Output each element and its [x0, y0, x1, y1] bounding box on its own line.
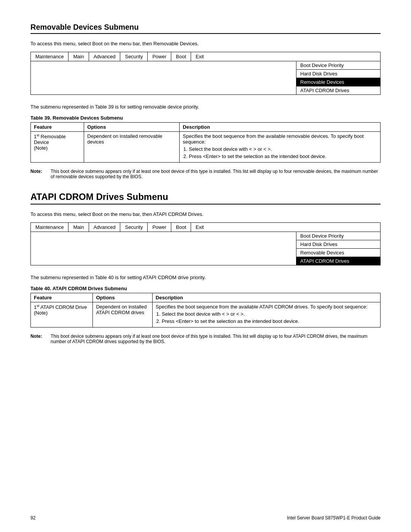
- table40-header-options: Options: [93, 293, 153, 302]
- page-footer: 92 Intel Server Board S875WP1-E Product …: [0, 515, 411, 521]
- table-39: Feature Options Description 1st Removabl…: [30, 122, 381, 163]
- bios-menu-item-boot-1[interactable]: Boot: [171, 52, 191, 61]
- table39-header-options: Options: [84, 123, 180, 132]
- table39-options: Dependent on installed removable devices: [84, 132, 180, 163]
- table40-header-feature: Feature: [31, 293, 93, 302]
- table39-header-description: Description: [180, 123, 381, 132]
- desc-list-2: Select the boot device with < > or < >. …: [162, 311, 377, 324]
- desc-list-1: Select the boot device with < > or < >. …: [189, 146, 377, 159]
- section1-note: Note: This boot device submenu appears o…: [30, 169, 381, 179]
- bios-menu-item-power-2[interactable]: Power: [148, 223, 171, 232]
- desc-list-item: Select the boot device with < > or < >.: [162, 311, 377, 317]
- bios-submenu-hard-disk-drives-1[interactable]: Hard Disk Drives: [296, 70, 380, 78]
- bios-menubar-1: Maintenance Main Advanced Security Power…: [31, 52, 380, 61]
- bios-right-panel-2: Boot Device Priority Hard Disk Drives Re…: [296, 232, 380, 265]
- bios-menu-1: Maintenance Main Advanced Security Power…: [30, 52, 381, 95]
- section1-summary: The submenu represented in Table 39 is f…: [30, 104, 381, 110]
- bios-menu-item-exit-1[interactable]: Exit: [191, 52, 209, 61]
- table39-description: Specifies the boot sequence from the ava…: [180, 132, 381, 163]
- bios-left-panel-1: [31, 61, 296, 94]
- table40-header-description: Description: [153, 293, 381, 302]
- table39-header-feature: Feature: [31, 123, 84, 132]
- bios-menu-2: Maintenance Main Advanced Security Power…: [30, 222, 381, 265]
- superscript-st: st: [37, 133, 39, 137]
- desc-list-item: Press <Enter> to set the selection as th…: [162, 318, 377, 324]
- section1-intro: To access this menu, select Boot on the …: [30, 41, 381, 46]
- bios-menu-item-boot-2[interactable]: Boot: [171, 223, 191, 232]
- footer-page-number: 92: [30, 515, 35, 521]
- note-label-1: Note:: [30, 169, 48, 179]
- bios-menubar-2: Maintenance Main Advanced Security Power…: [31, 223, 380, 232]
- bios-submenu-removable-devices-1[interactable]: Removable Devices: [296, 78, 380, 86]
- bios-menu-item-main-1[interactable]: Main: [68, 52, 89, 61]
- section2-title: ATAPI CDROM Drives Submenu: [30, 192, 381, 204]
- bios-menu-item-maintenance-2[interactable]: Maintenance: [31, 223, 68, 232]
- footer-product-name: Intel Server Board S875WP1-E Product Gui…: [287, 515, 381, 521]
- bios-menu-item-security-1[interactable]: Security: [120, 52, 148, 61]
- bios-submenu-atapi-cdrom-2[interactable]: ATAPI CDROM Drives: [296, 257, 380, 265]
- feature-note-2: (Note): [34, 310, 48, 316]
- note-label-2: Note:: [30, 334, 48, 344]
- bios-submenu-removable-devices-2[interactable]: Removable Devices: [296, 249, 380, 257]
- desc-list-item: Press <Enter> to set the selection as th…: [189, 153, 377, 159]
- table-40: Feature Options Description 1st ATAPI CD…: [30, 293, 381, 328]
- bios-menu-item-security-2[interactable]: Security: [120, 223, 148, 232]
- bios-submenu-boot-device-priority-1[interactable]: Boot Device Priority: [296, 61, 380, 70]
- bios-menu-item-maintenance-1[interactable]: Maintenance: [31, 52, 68, 61]
- bios-menu-item-advanced-2[interactable]: Advanced: [89, 223, 121, 232]
- section2-intro: To access this menu, select Boot on the …: [30, 211, 381, 217]
- note-text-2: This boot device submenu appears only if…: [51, 334, 381, 344]
- superscript-st-2: st: [37, 304, 39, 308]
- bios-submenu-hard-disk-drives-2[interactable]: Hard Disk Drives: [296, 240, 380, 249]
- bios-submenu-atapi-cdrom-1[interactable]: ATAPI CDROM Drives: [296, 86, 380, 94]
- bios-menu-item-power-1[interactable]: Power: [148, 52, 171, 61]
- bios-menu-item-advanced-1[interactable]: Advanced: [89, 52, 121, 61]
- feature-note: (Note): [34, 145, 48, 151]
- section2-note: Note: This boot device submenu appears o…: [30, 334, 381, 344]
- table40-options: Dependent on installedATAPI CDROM drives: [93, 302, 153, 328]
- table40-title: Table 40. ATAPI CDROM Drives Submenu: [30, 286, 381, 291]
- table-row: 1st Removable Device (Note) Dependent on…: [31, 132, 381, 163]
- bios-content-2: Boot Device Priority Hard Disk Drives Re…: [31, 232, 380, 265]
- bios-menu-item-main-2[interactable]: Main: [68, 223, 89, 232]
- section1-title: Removable Devices Submenu: [30, 23, 381, 34]
- table-row: 1st ATAPI CDROM Drive (Note) Dependent o…: [31, 302, 381, 328]
- bios-menu-item-exit-2[interactable]: Exit: [191, 223, 209, 232]
- bios-submenu-boot-device-priority-2[interactable]: Boot Device Priority: [296, 232, 380, 240]
- table40-description: Specifies the boot sequence from the ava…: [153, 302, 381, 328]
- note-text-1: This boot device submenu appears only if…: [51, 169, 381, 179]
- bios-right-panel-1: Boot Device Priority Hard Disk Drives Re…: [296, 61, 380, 94]
- table40-feature: 1st ATAPI CDROM Drive (Note): [31, 302, 93, 328]
- bios-content-1: Boot Device Priority Hard Disk Drives Re…: [31, 61, 380, 94]
- table39-title: Table 39. Removable Devices Submenu: [30, 115, 381, 121]
- desc-list-item: Select the boot device with < > or < >.: [189, 146, 377, 152]
- section2-summary: The submenu represented in Table 40 is f…: [30, 275, 381, 280]
- table39-feature: 1st Removable Device (Note): [31, 132, 84, 163]
- bios-left-panel-2: [31, 232, 296, 265]
